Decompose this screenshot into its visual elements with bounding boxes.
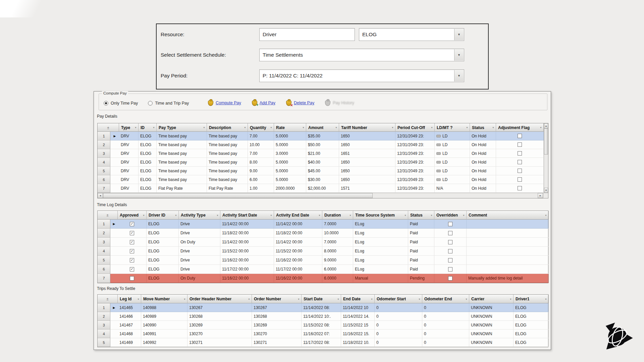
add-pay-link[interactable]: Add Pay bbox=[252, 100, 275, 106]
table-row[interactable]: 214146614098913026813026811/14/2022 10:.… bbox=[98, 312, 548, 321]
table-row[interactable]: 2DRVELOGTime based payTime based pay10.0… bbox=[98, 140, 544, 149]
column-header-order-number[interactable]: Order Number▼ bbox=[252, 295, 302, 303]
table-row[interactable]: 1▶✓ELOGDrive11/14/22 00:0011/14/22 00:00… bbox=[98, 220, 548, 229]
checkbox-checked[interactable]: ✓ bbox=[130, 258, 134, 262]
scroll-down-icon[interactable]: ▼ bbox=[544, 188, 548, 193]
checkbox-checked[interactable]: ✓ bbox=[130, 267, 134, 272]
filter-icon[interactable]: ▼ bbox=[404, 214, 407, 217]
table-row[interactable]: 5✓ELOGDrive11/16/22 00:0011/16/22 00:009… bbox=[98, 256, 548, 265]
table-row[interactable]: 7DRVELOGFlat Pay RateFlat Pay Rate1.0020… bbox=[98, 184, 544, 193]
checkbox-unchecked[interactable] bbox=[518, 151, 522, 156]
column-header-rate[interactable]: Rate▼ bbox=[274, 123, 306, 132]
column-header-move-number[interactable]: Move Number▼ bbox=[141, 295, 187, 303]
chevron-down-icon[interactable]: ▼ bbox=[454, 49, 464, 61]
column-header-time-source-system[interactable]: Time Source System▼ bbox=[353, 211, 408, 220]
row-header[interactable]: 1 bbox=[98, 303, 110, 312]
filter-icon[interactable]: ▼ bbox=[318, 214, 321, 217]
filter-icon[interactable]: ▼ bbox=[248, 298, 250, 300]
settlement-schedule-combo[interactable]: Time Settlements ▼ bbox=[259, 49, 464, 61]
row-header[interactable]: 4 bbox=[98, 247, 110, 256]
filter-icon[interactable]: ▼ bbox=[466, 126, 468, 129]
row-header[interactable]: 5 bbox=[98, 256, 110, 265]
filter-icon[interactable]: ▼ bbox=[492, 126, 494, 129]
column-header-adjustment-flag[interactable]: Adjustment Flag▼ bbox=[496, 123, 544, 132]
row-header[interactable]: 1 bbox=[98, 132, 110, 140]
table-row[interactable]: 4DRVELOGTime based payTime based pay8.00… bbox=[98, 158, 544, 167]
checkbox-unchecked[interactable] bbox=[518, 134, 522, 138]
compute-pay-link[interactable]: Compute Pay bbox=[208, 100, 241, 106]
row-header[interactable]: 2 bbox=[98, 229, 110, 238]
column-header-activity-end-date[interactable]: Activity End Date▼ bbox=[274, 211, 322, 220]
table-row[interactable]: 5DRVELOGTime based payTime based pay9.00… bbox=[98, 167, 544, 175]
filter-icon[interactable]: ▼ bbox=[143, 214, 145, 217]
table-row[interactable]: 314146714099013026913026911/15/2022 08:1… bbox=[98, 321, 548, 329]
horizontal-scrollbar[interactable]: ◄ ► bbox=[98, 193, 543, 198]
scrollbar-thumb[interactable] bbox=[544, 128, 548, 155]
checkbox-unchecked[interactable] bbox=[448, 240, 452, 244]
table-row[interactable]: 1▶DRVELOGTime based payTime based pay7.0… bbox=[98, 132, 544, 140]
column-header-duration[interactable]: Duration▼ bbox=[322, 211, 353, 220]
table-row[interactable]: 6DRVELOGTime based payTime based pay6.00… bbox=[98, 175, 544, 184]
grid-corner-cell[interactable]: ± bbox=[98, 295, 118, 303]
checkbox-checked[interactable]: ✓ bbox=[130, 240, 134, 244]
pay-period-combo[interactable]: P: 11/4/2022 C: 11/4/2022 ▼ bbox=[259, 69, 464, 82]
checkbox-unchecked[interactable] bbox=[448, 258, 452, 262]
filter-icon[interactable]: ▼ bbox=[335, 126, 337, 129]
filter-icon[interactable]: ▼ bbox=[244, 126, 246, 129]
column-header-tariff-number[interactable]: Tariff Number▼ bbox=[339, 123, 395, 132]
filter-icon[interactable]: ▼ bbox=[463, 214, 465, 217]
filter-icon[interactable]: ▼ bbox=[545, 214, 547, 217]
column-header-activity-start-date[interactable]: Activity Start Date▼ bbox=[220, 211, 274, 220]
row-header[interactable]: 5 bbox=[98, 167, 110, 175]
column-header-id[interactable]: ID▼ bbox=[139, 123, 157, 132]
row-header[interactable]: 2 bbox=[98, 312, 110, 321]
chevron-down-icon[interactable]: ▼ bbox=[454, 70, 464, 81]
resource-input[interactable]: Driver bbox=[259, 28, 355, 41]
resource-type-combo[interactable]: ELOG ▼ bbox=[359, 28, 464, 41]
filter-icon[interactable]: ▼ bbox=[270, 126, 272, 129]
filter-icon[interactable]: ▼ bbox=[203, 126, 205, 129]
filter-icon[interactable]: ▼ bbox=[216, 214, 219, 217]
checkbox-checked[interactable]: ✓ bbox=[130, 222, 134, 226]
checkbox-unchecked[interactable] bbox=[518, 160, 522, 164]
checkbox-checked[interactable]: ✓ bbox=[130, 231, 134, 235]
filter-icon[interactable]: ▼ bbox=[391, 126, 394, 129]
row-header[interactable]: 4 bbox=[98, 158, 110, 167]
table-row[interactable]: 414146814099113027013027011/16/2022 07:1… bbox=[98, 329, 548, 338]
radio-time-and-trip-pay[interactable] bbox=[148, 101, 153, 106]
filter-icon[interactable]: ▼ bbox=[298, 298, 300, 300]
table-row[interactable]: 6✓ELOGDrive11/17/22 00:0011/17/22 00:006… bbox=[98, 265, 548, 274]
delete-pay-link[interactable]: Delete Pay bbox=[286, 100, 314, 106]
column-header-odometer-end[interactable]: Odometer End▼ bbox=[422, 295, 469, 303]
filter-icon[interactable]: ▼ bbox=[371, 298, 373, 300]
table-row[interactable]: 1▶14146514098813026713026711/14/2022 08:… bbox=[98, 303, 548, 312]
scrollbar-thumb[interactable] bbox=[103, 193, 373, 198]
vertical-scrollbar[interactable]: ▲ ▼ bbox=[544, 123, 548, 193]
table-row[interactable]: 3✓ELOGOn Duty11/14/22 00:0011/14/22 00:0… bbox=[98, 238, 548, 247]
column-header-order-header-number[interactable]: Order Header Number▼ bbox=[187, 295, 252, 303]
column-header-amount[interactable]: Amount▼ bbox=[306, 123, 339, 132]
column-header-comment[interactable]: Comment▼ bbox=[467, 211, 549, 220]
scroll-right-icon[interactable]: ► bbox=[538, 193, 543, 198]
column-header-quantity[interactable]: Quantity▼ bbox=[248, 123, 274, 132]
grid-corner-cell[interactable]: ± bbox=[98, 211, 118, 220]
checkbox-unchecked[interactable] bbox=[448, 249, 452, 253]
scroll-left-icon[interactable]: ◄ bbox=[98, 193, 103, 198]
filter-icon[interactable]: ▼ bbox=[431, 126, 433, 129]
filter-icon[interactable]: ▼ bbox=[153, 126, 155, 129]
checkbox-unchecked[interactable] bbox=[448, 267, 452, 272]
column-header-odometer-start[interactable]: Odometer Start▼ bbox=[375, 295, 422, 303]
row-header[interactable]: 7 bbox=[98, 274, 110, 283]
filter-icon[interactable]: ▼ bbox=[183, 298, 186, 300]
scroll-up-icon[interactable]: ▲ bbox=[544, 123, 548, 128]
row-header[interactable]: 6 bbox=[98, 265, 110, 274]
column-header-end-date[interactable]: End Date▼ bbox=[341, 295, 375, 303]
row-header[interactable]: 3 bbox=[98, 149, 110, 158]
chevron-down-icon[interactable]: ▼ bbox=[454, 29, 464, 40]
filter-icon[interactable]: ▼ bbox=[302, 126, 305, 129]
column-header-activity-type[interactable]: Activity Type▼ bbox=[179, 211, 220, 220]
checkbox-unchecked[interactable] bbox=[448, 276, 452, 281]
filter-icon[interactable]: ▼ bbox=[418, 298, 421, 300]
column-header-pay-type[interactable]: Pay Type▼ bbox=[157, 123, 207, 132]
checkbox-unchecked[interactable] bbox=[518, 186, 522, 190]
